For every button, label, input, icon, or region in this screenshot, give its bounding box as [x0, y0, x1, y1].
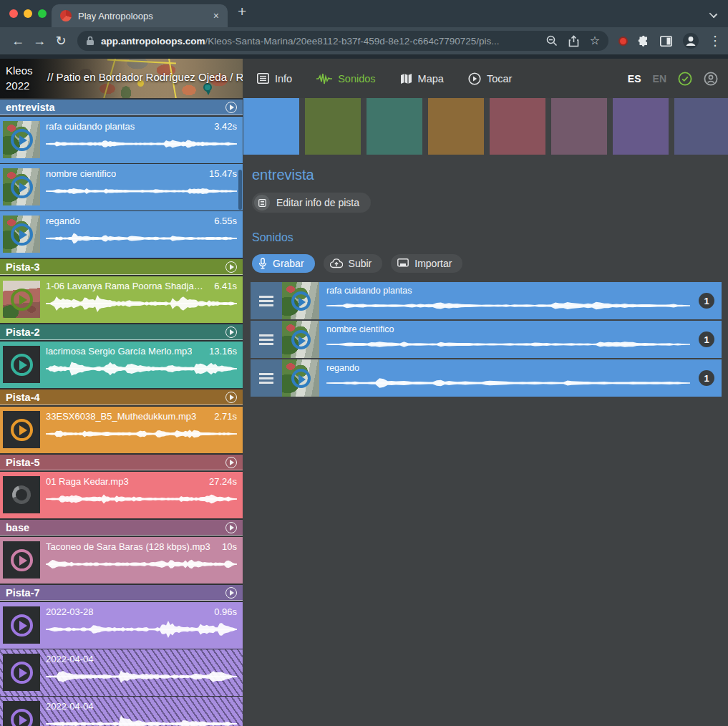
waveform[interactable] — [46, 490, 237, 508]
track-header[interactable]: Pista-2 — [0, 324, 243, 340]
waveform[interactable] — [326, 297, 690, 314]
clip-thumbnail[interactable] — [3, 216, 40, 253]
clip-thumbnail[interactable] — [3, 606, 40, 644]
share-icon[interactable] — [568, 35, 579, 47]
waveform[interactable] — [46, 425, 237, 443]
track-tile[interactable] — [305, 98, 361, 155]
track-play-icon[interactable] — [225, 587, 237, 599]
sound-thumbnail[interactable] — [282, 282, 319, 319]
back-button[interactable]: ← — [7, 30, 29, 52]
play-overlay-icon[interactable] — [291, 291, 311, 311]
play-overlay-icon[interactable] — [11, 419, 33, 441]
sound-body[interactable]: regando 1 — [319, 359, 722, 397]
waveform[interactable] — [46, 555, 237, 573]
record-extension-icon[interactable] — [618, 37, 628, 46]
sound-thumbnail[interactable] — [282, 321, 319, 358]
track-tile[interactable] — [613, 98, 669, 155]
play-overlay-icon[interactable] — [291, 369, 311, 388]
track-tile[interactable] — [551, 98, 607, 155]
waveform[interactable] — [46, 667, 237, 686]
track-play-icon[interactable] — [225, 102, 237, 113]
sound-row[interactable]: regando 1 — [251, 359, 722, 397]
track-header[interactable]: Pista-3 — [0, 259, 243, 275]
bookmark-star-icon[interactable]: ☆ — [590, 35, 600, 47]
clip-thumbnail[interactable] — [3, 168, 40, 205]
play-overlay-icon[interactable] — [291, 330, 311, 349]
track-play-icon[interactable] — [225, 392, 237, 403]
track-play-icon[interactable] — [225, 261, 237, 273]
clip-thumbnail[interactable] — [3, 411, 40, 448]
side-panel-icon[interactable] — [660, 36, 672, 47]
audio-clip[interactable]: Taconeo de Sara Baras (128 kbps).mp310s — [0, 537, 243, 584]
track-header[interactable]: Pista-5 — [0, 455, 243, 470]
reload-button[interactable]: ↻ — [50, 30, 72, 52]
clip-thumbnail[interactable] — [3, 701, 40, 726]
sound-row[interactable]: nombre cientifico 1 — [251, 321, 722, 358]
track-tile[interactable] — [428, 98, 484, 155]
close-window-button[interactable] — [9, 9, 18, 18]
tab-search-chevron-icon[interactable] — [709, 10, 717, 18]
play-overlay-icon[interactable] — [11, 614, 33, 637]
lang-es[interactable]: ES — [628, 73, 641, 84]
play-overlay-icon[interactable] — [11, 549, 33, 571]
audio-clip[interactable]: rafa cuidando plantas3.42s — [0, 117, 243, 163]
track-header[interactable]: Pista-4 — [0, 389, 243, 405]
track-tile[interactable] — [367, 98, 422, 155]
play-overlay-icon[interactable] — [11, 223, 33, 246]
waveform[interactable] — [46, 620, 237, 639]
project-map-banner[interactable]: Kleos 2022 // Patio en Bordador Rodrígue… — [0, 59, 243, 98]
waveform[interactable] — [46, 135, 237, 153]
new-tab-button[interactable]: + — [238, 3, 246, 20]
clip-thumbnail[interactable] — [3, 654, 40, 691]
zoom-icon[interactable] — [546, 35, 558, 47]
audio-clip-muted[interactable]: 2022-04-04 — [0, 697, 243, 726]
audio-clip[interactable]: 2022-03-280.96s — [0, 602, 243, 649]
track-play-icon[interactable] — [225, 326, 237, 338]
sound-body[interactable]: rafa cuidando plantas 1 — [319, 282, 722, 319]
track-play-icon[interactable] — [225, 457, 237, 468]
audio-clip-muted[interactable]: 2022-04-04 — [0, 649, 243, 696]
track-tile-selected[interactable] — [243, 98, 299, 155]
track-tile[interactable] — [674, 98, 728, 155]
play-overlay-icon[interactable] — [11, 354, 33, 376]
audio-clip[interactable]: nombre cientifico15.47s — [0, 164, 243, 210]
forward-button[interactable]: → — [29, 30, 50, 52]
waveform[interactable] — [46, 182, 237, 200]
address-bar[interactable]: app.antropoloops.com /Kleos-Santa-Marina… — [77, 31, 608, 51]
edit-track-info-button[interactable]: Editar info de pista — [252, 193, 371, 213]
window-controls[interactable] — [9, 9, 47, 18]
play-overlay-icon[interactable] — [11, 709, 33, 726]
drag-handle[interactable] — [251, 359, 282, 397]
audio-clip[interactable]: regando6.55s — [0, 211, 243, 258]
waveform[interactable] — [326, 374, 690, 392]
sidebar-scrollbar[interactable] — [238, 170, 242, 210]
minimize-window-button[interactable] — [24, 9, 32, 18]
waveform[interactable] — [46, 715, 237, 726]
sound-row[interactable]: rafa cuidando plantas 1 — [251, 282, 722, 319]
drag-handle[interactable] — [251, 321, 282, 358]
track-tile[interactable] — [490, 98, 545, 155]
profile-icon[interactable] — [682, 32, 699, 49]
browser-tab[interactable]: Play Antropoloops × — [52, 4, 228, 27]
upload-button[interactable]: Subir — [324, 254, 383, 273]
waveform[interactable] — [326, 336, 690, 353]
tab-mapa[interactable]: Mapa — [400, 73, 444, 84]
zoom-window-button[interactable] — [38, 9, 47, 18]
clip-thumbnail[interactable] — [3, 346, 40, 383]
record-button[interactable]: Grabar — [252, 254, 315, 273]
audio-clip[interactable]: lacrimosa Sergio García Merlo.mp313.16s — [0, 342, 243, 388]
menu-icon[interactable]: ⋮ — [709, 30, 721, 52]
clip-thumbnail[interactable] — [3, 476, 40, 513]
tab-sonidos[interactable]: Sonidos — [316, 73, 375, 84]
track-header[interactable]: entrevista — [0, 100, 243, 115]
close-tab-icon[interactable]: × — [213, 10, 219, 21]
clip-thumbnail[interactable] — [3, 281, 40, 318]
drag-handle[interactable] — [251, 282, 282, 319]
tab-info[interactable]: Info — [257, 73, 292, 84]
play-overlay-icon[interactable] — [11, 129, 33, 151]
audio-clip[interactable]: 33ESX6038_B5_Muthedukkum.mp32.71s — [0, 407, 243, 453]
check-circle-icon[interactable] — [678, 72, 692, 86]
extensions-icon[interactable] — [638, 35, 650, 47]
waveform[interactable] — [46, 294, 237, 313]
import-button[interactable]: Importar — [391, 254, 462, 273]
